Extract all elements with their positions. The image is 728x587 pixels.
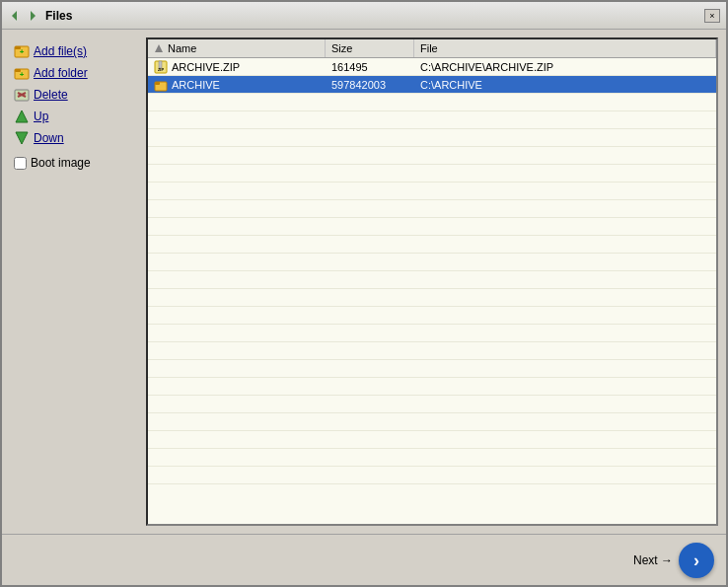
empty-row bbox=[148, 200, 716, 218]
empty-row bbox=[148, 307, 716, 325]
empty-row bbox=[148, 254, 716, 271]
empty-row bbox=[148, 147, 716, 165]
svg-marker-13 bbox=[155, 44, 163, 52]
table-header: Name Size File bbox=[148, 39, 716, 58]
cell-file: C:\ARCHIVE\ARCHIVE.ZIP bbox=[414, 58, 716, 75]
cell-name: ARCHIVE bbox=[148, 76, 326, 93]
empty-row bbox=[148, 360, 716, 378]
empty-row bbox=[148, 342, 716, 360]
empty-row bbox=[148, 467, 716, 484]
boot-image-checkbox[interactable] bbox=[14, 157, 27, 170]
add-folder-button[interactable]: + Add folder bbox=[10, 63, 138, 83]
cell-size: 597842003 bbox=[326, 76, 414, 93]
delete-label: Delete bbox=[34, 88, 68, 102]
svg-marker-12 bbox=[16, 132, 28, 144]
titlebar: Files × bbox=[2, 2, 726, 30]
close-button[interactable]: × bbox=[704, 9, 720, 23]
empty-row bbox=[148, 271, 716, 289]
table-row[interactable]: ZIP ARCHIVE.ZIP 161495 C:\ARCHIVE\ARCHIV… bbox=[148, 58, 716, 76]
zip-file-icon: ZIP bbox=[154, 60, 168, 74]
empty-row bbox=[148, 129, 716, 147]
svg-text:+: + bbox=[20, 47, 25, 56]
window-title: Files bbox=[45, 9, 72, 23]
empty-row bbox=[148, 449, 716, 467]
down-label: Down bbox=[34, 131, 64, 145]
footer: Next → › bbox=[2, 534, 726, 585]
titlebar-left: Files bbox=[8, 9, 72, 23]
add-files-icon: + bbox=[14, 43, 30, 59]
table-body[interactable]: ZIP ARCHIVE.ZIP 161495 C:\ARCHIVE\ARCHIV… bbox=[148, 58, 716, 524]
next-circle: › bbox=[679, 543, 714, 578]
empty-row bbox=[148, 396, 716, 413]
add-folder-icon: + bbox=[14, 65, 30, 81]
svg-text:+: + bbox=[20, 70, 25, 79]
titlebar-controls: × bbox=[704, 9, 720, 23]
sort-icon bbox=[154, 43, 164, 53]
empty-row bbox=[148, 413, 716, 431]
cell-name: ZIP ARCHIVE.ZIP bbox=[148, 58, 326, 75]
next-button[interactable]: Next → › bbox=[633, 543, 714, 578]
svg-marker-11 bbox=[16, 110, 28, 122]
content-area: + Add file(s) + Add folder bbox=[2, 30, 726, 534]
boot-image-label: Boot image bbox=[31, 156, 91, 170]
nav-icons bbox=[8, 9, 39, 23]
svg-marker-1 bbox=[31, 11, 36, 21]
cell-file: C:\ARCHIVE bbox=[414, 76, 716, 93]
back-icon bbox=[8, 9, 22, 23]
up-button[interactable]: Up bbox=[10, 107, 138, 126]
delete-button[interactable]: Delete bbox=[10, 85, 138, 105]
empty-row bbox=[148, 111, 716, 129]
delete-icon bbox=[14, 87, 30, 103]
up-icon bbox=[14, 109, 30, 124]
empty-row bbox=[148, 431, 716, 449]
empty-row bbox=[148, 165, 716, 183]
boot-image-row[interactable]: Boot image bbox=[10, 152, 138, 174]
empty-row bbox=[148, 289, 716, 307]
next-arrow-icon: › bbox=[693, 551, 699, 569]
sidebar: + Add file(s) + Add folder bbox=[10, 37, 138, 526]
down-button[interactable]: Down bbox=[10, 128, 138, 148]
col-header-file[interactable]: File bbox=[414, 39, 716, 57]
folder-icon bbox=[154, 78, 168, 92]
main-window: Files × + Add file(s) bbox=[0, 0, 728, 587]
empty-row bbox=[148, 218, 716, 236]
add-files-button[interactable]: + Add file(s) bbox=[10, 41, 138, 61]
file-list-container: Name Size File ZIP bbox=[146, 37, 718, 526]
svg-marker-0 bbox=[12, 11, 17, 21]
svg-text:ZIP: ZIP bbox=[158, 67, 165, 72]
forward-icon bbox=[26, 9, 39, 23]
add-files-label: Add file(s) bbox=[34, 44, 87, 58]
down-icon bbox=[14, 130, 30, 146]
add-folder-label: Add folder bbox=[34, 66, 88, 80]
empty-row bbox=[148, 94, 716, 111]
up-label: Up bbox=[34, 110, 48, 123]
svg-rect-18 bbox=[155, 82, 160, 85]
next-label: Next → bbox=[633, 553, 673, 567]
empty-row bbox=[148, 183, 716, 200]
empty-row bbox=[148, 236, 716, 254]
empty-row bbox=[148, 325, 716, 342]
cell-size: 161495 bbox=[326, 58, 414, 75]
col-header-size[interactable]: Size bbox=[326, 39, 414, 57]
empty-row bbox=[148, 378, 716, 396]
col-header-name[interactable]: Name bbox=[148, 39, 326, 57]
table-row[interactable]: ARCHIVE 597842003 C:\ARCHIVE bbox=[148, 76, 716, 94]
